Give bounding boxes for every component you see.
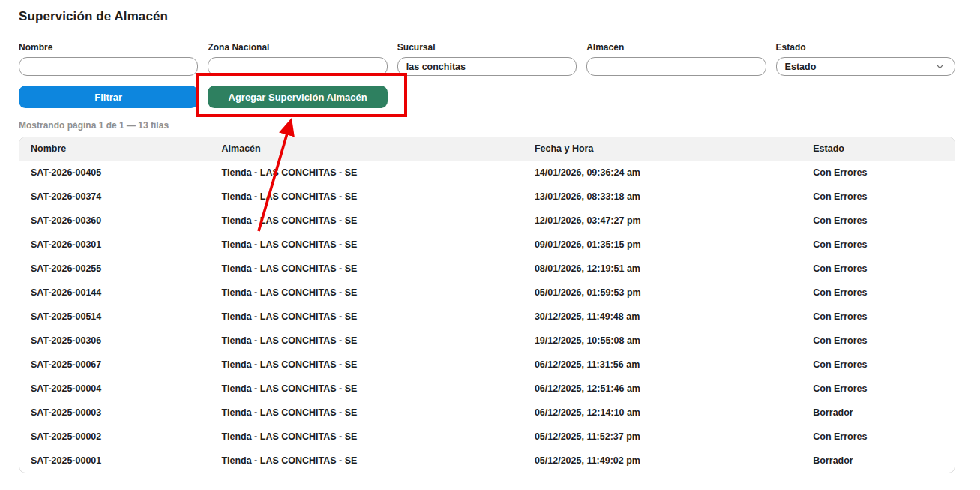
page-title: Supervición de Almacén (19, 9, 955, 24)
table-cell-nombre: SAT-2025-00514 (19, 305, 211, 329)
table-cell-fecha: 06/12/2025, 12:14:10 am (523, 401, 802, 425)
table-cell-estado: Borrador (802, 401, 955, 425)
table-cell-fecha: 14/01/2026, 09:36:24 am (523, 161, 802, 185)
chevron-down-icon (935, 62, 945, 71)
estado-select-value: Estado (785, 62, 817, 72)
table-row[interactable]: SAT-2026-00374Tienda - LAS CONCHITAS - S… (19, 185, 955, 209)
table-cell-estado: Con Errores (802, 257, 955, 281)
table-cell-estado: Con Errores (802, 425, 955, 449)
table-cell-estado: Con Errores (802, 329, 955, 353)
agregar-supervicion-button[interactable]: Agregar Supervición Almacén (208, 86, 387, 108)
table-cell-almacen: Tienda - LAS CONCHITAS - SE (211, 161, 523, 185)
table-cell-almacen: Tienda - LAS CONCHITAS - SE (211, 209, 523, 233)
table-row[interactable]: SAT-2026-00144Tienda - LAS CONCHITAS - S… (19, 281, 955, 305)
table-cell-almacen: Tienda - LAS CONCHITAS - SE (211, 305, 523, 329)
table-cell-estado: Con Errores (802, 305, 955, 329)
filter-field-zona-nacional: Zona Nacional (208, 42, 387, 76)
table-cell-fecha: 13/01/2026, 08:33:18 am (523, 185, 802, 209)
almacen-label: Almacén (586, 42, 766, 53)
table-body: SAT-2026-00405Tienda - LAS CONCHITAS - S… (19, 161, 955, 473)
table-cell-fecha: 05/12/2025, 11:52:37 pm (523, 425, 802, 449)
table-cell-estado: Con Errores (802, 161, 955, 185)
table-row[interactable]: SAT-2025-00514Tienda - LAS CONCHITAS - S… (19, 305, 955, 329)
table-cell-nombre: SAT-2026-00144 (19, 281, 211, 305)
table-cell-almacen: Tienda - LAS CONCHITAS - SE (211, 377, 523, 401)
table-cell-estado: Con Errores (802, 185, 955, 209)
filtrar-button[interactable]: Filtrar (19, 86, 198, 108)
table-cell-nombre: SAT-2026-00360 (19, 209, 211, 233)
pagination-status: Mostrando página 1 de 1 — 13 filas (19, 120, 955, 131)
header-almacen: Almacén (211, 137, 523, 161)
filter-field-almacen: Almacén (586, 42, 766, 76)
table-cell-almacen: Tienda - LAS CONCHITAS - SE (211, 185, 523, 209)
table-cell-fecha: 12/01/2026, 03:47:27 pm (523, 209, 802, 233)
table-cell-nombre: SAT-2025-00004 (19, 377, 211, 401)
table-cell-nombre: SAT-2025-00001 (19, 449, 211, 473)
table-cell-estado: Con Errores (802, 233, 955, 257)
table-cell-estado: Borrador (802, 449, 955, 473)
table-cell-almacen: Tienda - LAS CONCHITAS - SE (211, 233, 523, 257)
action-bar: Filtrar Agregar Supervición Almacén (19, 86, 955, 108)
filter-field-estado: Estado Estado (776, 42, 955, 76)
table-cell-almacen: Tienda - LAS CONCHITAS - SE (211, 353, 523, 377)
table-header-row: Nombre Almacén Fecha y Hora Estado (19, 137, 955, 161)
table-cell-fecha: 05/12/2025, 11:49:02 pm (523, 449, 802, 473)
header-nombre: Nombre (19, 137, 211, 161)
table-cell-nombre: SAT-2026-00405 (19, 161, 211, 185)
table-cell-nombre: SAT-2025-00003 (19, 401, 211, 425)
table-cell-nombre: SAT-2025-00306 (19, 329, 211, 353)
header-fecha-y-hora: Fecha y Hora (523, 137, 802, 161)
table-cell-nombre: SAT-2026-00374 (19, 185, 211, 209)
table-row[interactable]: SAT-2025-00067Tienda - LAS CONCHITAS - S… (19, 353, 955, 377)
table-cell-fecha: 08/01/2026, 12:19:51 am (523, 257, 802, 281)
nombre-label: Nombre (19, 42, 198, 53)
sucursal-label: Sucursal (397, 42, 577, 53)
estado-label: Estado (776, 42, 955, 53)
table-cell-almacen: Tienda - LAS CONCHITAS - SE (211, 449, 523, 473)
nombre-input[interactable] (19, 57, 198, 76)
table-row[interactable]: SAT-2026-00255Tienda - LAS CONCHITAS - S… (19, 257, 955, 281)
table-cell-fecha: 19/12/2025, 10:55:08 am (523, 329, 802, 353)
table-cell-nombre: SAT-2025-00002 (19, 425, 211, 449)
main-content: Supervición de Almacén Nombre Zona Nacio… (19, 0, 955, 473)
estado-select[interactable]: Estado (776, 57, 955, 76)
supervision-table: Nombre Almacén Fecha y Hora Estado SAT-2… (19, 137, 955, 473)
sucursal-input[interactable] (397, 57, 577, 76)
table-cell-fecha: 06/12/2025, 11:31:56 am (523, 353, 802, 377)
table-row[interactable]: SAT-2026-00301Tienda - LAS CONCHITAS - S… (19, 233, 955, 257)
filter-bar: Nombre Zona Nacional Sucursal Almacén Es… (19, 42, 955, 76)
table-cell-estado: Con Errores (802, 353, 955, 377)
table-cell-almacen: Tienda - LAS CONCHITAS - SE (211, 401, 523, 425)
table-cell-fecha: 05/01/2026, 01:59:53 pm (523, 281, 802, 305)
filter-field-sucursal: Sucursal (397, 42, 577, 76)
table-cell-estado: Con Errores (802, 281, 955, 305)
header-estado: Estado (802, 137, 955, 161)
table-cell-nombre: SAT-2025-00067 (19, 353, 211, 377)
table-cell-fecha: 09/01/2026, 01:35:15 pm (523, 233, 802, 257)
zona-nacional-input[interactable] (208, 57, 387, 76)
table-row[interactable]: SAT-2026-00405Tienda - LAS CONCHITAS - S… (19, 161, 955, 185)
filter-field-nombre: Nombre (19, 42, 198, 76)
table-row[interactable]: SAT-2025-00004Tienda - LAS CONCHITAS - S… (19, 377, 955, 401)
table-cell-estado: Con Errores (802, 377, 955, 401)
table-cell-fecha: 06/12/2025, 12:51:46 am (523, 377, 802, 401)
zona-nacional-label: Zona Nacional (208, 42, 387, 53)
table-row[interactable]: SAT-2026-00360Tienda - LAS CONCHITAS - S… (19, 209, 955, 233)
table-cell-almacen: Tienda - LAS CONCHITAS - SE (211, 281, 523, 305)
table-row[interactable]: SAT-2025-00002Tienda - LAS CONCHITAS - S… (19, 425, 955, 449)
table-cell-nombre: SAT-2026-00301 (19, 233, 211, 257)
table-row[interactable]: SAT-2025-00306Tienda - LAS CONCHITAS - S… (19, 329, 955, 353)
table-cell-almacen: Tienda - LAS CONCHITAS - SE (211, 425, 523, 449)
table-cell-nombre: SAT-2026-00255 (19, 257, 211, 281)
table-cell-almacen: Tienda - LAS CONCHITAS - SE (211, 257, 523, 281)
table-cell-fecha: 30/12/2025, 11:49:48 am (523, 305, 802, 329)
table-row[interactable]: SAT-2025-00003Tienda - LAS CONCHITAS - S… (19, 401, 955, 425)
table-cell-almacen: Tienda - LAS CONCHITAS - SE (211, 329, 523, 353)
almacen-input[interactable] (586, 57, 766, 76)
table-cell-estado: Con Errores (802, 209, 955, 233)
table-row[interactable]: SAT-2025-00001Tienda - LAS CONCHITAS - S… (19, 449, 955, 473)
